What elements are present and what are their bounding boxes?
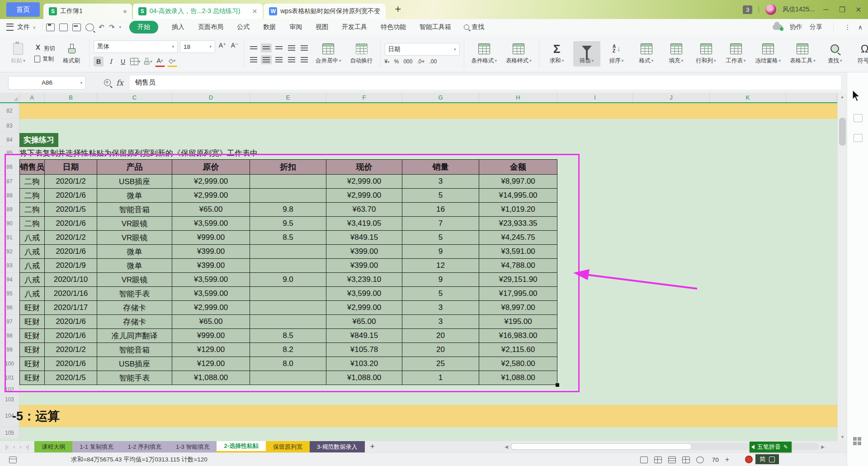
cell[interactable]: ¥3,419.05 (326, 217, 402, 231)
cell[interactable]: ¥29,151.90 (479, 273, 557, 287)
sheet-tab-1-2 序列填充[interactable]: 1-2 序列填充 (121, 441, 169, 452)
cell[interactable]: 智能手表 (97, 287, 172, 301)
table-row[interactable]: 二狗2020/1/5智能音箱¥65.009.8¥63.7016¥1,019.20 (19, 203, 837, 217)
cut-button[interactable]: 剪切 (34, 45, 55, 52)
cell[interactable]: ¥399.00 (172, 245, 250, 259)
username[interactable]: 风信1425... (783, 5, 815, 14)
cell[interactable]: 2020/1/2 (45, 231, 97, 245)
cell[interactable]: 20 (402, 343, 479, 357)
cell[interactable]: 二狗 (19, 175, 45, 189)
sheet-tab-2-选择性粘贴[interactable]: 2-选择性粘贴 (217, 441, 266, 452)
row-header[interactable]: 94 (0, 273, 19, 287)
menu-tab-审阅[interactable]: 审阅 (289, 23, 302, 31)
sheet-tab-1-1 复制填充[interactable]: 1-1 复制填充 (72, 441, 120, 452)
menu-tab-公式[interactable]: 公式 (237, 23, 250, 31)
table-header-cell[interactable]: 日期 (45, 159, 97, 175)
cell[interactable]: ¥16,983.00 (479, 329, 557, 343)
horizontal-scroll-thumb[interactable] (511, 443, 692, 450)
document-tab[interactable]: S04-高效录入，告...2-3 总结练习)✕ (133, 4, 263, 19)
table-row[interactable]: 八戒2020/1/9微单¥399.00¥399.0012¥4,788.00 (19, 259, 837, 273)
column-header-B[interactable]: B (45, 93, 97, 102)
cell[interactable]: 八戒 (19, 245, 45, 259)
row-header[interactable]: 83 (0, 119, 19, 133)
cell[interactable]: ¥8,997.00 (479, 175, 557, 189)
cell[interactable]: 旺财 (19, 329, 45, 343)
align-right-button[interactable] (274, 55, 284, 64)
sort-button[interactable]: AZ↓排序▾ (603, 41, 630, 67)
table-header-cell[interactable]: 金额 (479, 159, 557, 175)
row-body[interactable] (19, 395, 837, 405)
apps-grid-icon[interactable] (853, 437, 861, 445)
row-header[interactable]: 96 (0, 301, 19, 315)
increase-decimal-button[interactable]: .0+ (417, 58, 425, 65)
cell[interactable]: ¥65.00 (172, 315, 250, 329)
cell[interactable]: 2020/1/17 (45, 301, 97, 315)
cell[interactable] (250, 259, 326, 273)
table-header-cell[interactable]: 销量 (402, 159, 479, 175)
more-menu-icon[interactable]: ⋮ (844, 24, 851, 31)
cell[interactable]: ¥105.78 (326, 343, 402, 357)
increase-indent-button[interactable] (299, 43, 310, 52)
decrease-decimal-button[interactable]: .00 (429, 58, 437, 65)
cell[interactable]: ¥3,599.00 (172, 273, 250, 287)
font-color-button[interactable]: A▾ (155, 56, 165, 67)
cell[interactable]: 9 (402, 273, 479, 287)
cell[interactable]: ¥2,999.00 (172, 189, 250, 203)
cell[interactable]: ¥999.00 (172, 231, 250, 245)
share-button[interactable]: 分享 (810, 23, 822, 31)
page-break-icon[interactable] (682, 456, 690, 463)
cell[interactable]: 3 (402, 175, 479, 189)
next-sheet-icon[interactable]: › (19, 444, 21, 450)
row-header[interactable]: 103 (0, 395, 19, 405)
collaborate-button[interactable]: 协作 (790, 23, 802, 31)
cell[interactable]: ¥2,115.60 (479, 343, 557, 357)
align-left-button[interactable] (248, 55, 259, 64)
cell[interactable]: 八戒 (19, 273, 45, 287)
table-row[interactable]: 八戒2020/1/2VR眼镜¥999.008.5¥849.155¥4,245.7… (19, 231, 837, 245)
cell[interactable]: 旺财 (19, 315, 45, 329)
vertical-scroll-thumb[interactable] (839, 118, 846, 146)
sidebar-tool-icon[interactable] (854, 134, 863, 142)
zoom-level[interactable]: 70 (712, 456, 719, 463)
column-header-E[interactable]: E (250, 93, 326, 102)
cell[interactable]: 12 (402, 259, 479, 273)
cell[interactable]: ¥103.20 (326, 357, 402, 371)
cell[interactable]: VR眼镜 (97, 273, 172, 287)
select-all-corner[interactable] (0, 93, 19, 102)
cell[interactable]: ¥849.15 (326, 329, 402, 343)
restore-button[interactable]: ❐ (837, 5, 847, 14)
cell[interactable] (250, 189, 326, 203)
cell[interactable]: 2020/1/6 (45, 315, 97, 329)
cell[interactable]: 2020/1/16 (45, 287, 97, 301)
menu-tab-开始[interactable]: 开始 (129, 21, 158, 33)
row-body[interactable] (19, 119, 837, 133)
row-body[interactable]: 实操练习 (19, 133, 837, 147)
align-bottom-button[interactable] (274, 43, 284, 52)
row-header[interactable]: 101 (0, 371, 19, 385)
column-header-K[interactable]: K (710, 93, 786, 102)
cell[interactable]: 微单 (97, 189, 172, 203)
table-tools-button[interactable]: 表格工具▾ (787, 41, 819, 67)
table-row[interactable]: 旺财2020/1/6存储卡¥65.00¥65.003¥195.00 (19, 315, 837, 329)
cell[interactable]: 3 (402, 315, 479, 329)
undo-icon[interactable]: ↶ (99, 23, 104, 31)
row-header[interactable]: 82 (0, 103, 19, 119)
table-row[interactable]: 旺财2020/1/5智能手表¥1,088.00¥1,088.001¥1,088.… (19, 371, 837, 385)
align-center-button[interactable] (261, 55, 272, 64)
minimize-button[interactable]: ─ (821, 5, 831, 14)
underline-button[interactable]: U (118, 57, 128, 67)
row-header[interactable]: 95 (0, 287, 19, 301)
row-header[interactable]: 92 (0, 245, 19, 259)
cell[interactable]: 20 (402, 329, 479, 343)
sidebar-tool-icon[interactable] (854, 114, 863, 122)
filter-button[interactable]: 筛选▾ (573, 41, 600, 67)
cell[interactable]: ¥65.00 (172, 203, 250, 217)
cell[interactable]: ¥129.00 (172, 343, 250, 357)
cell[interactable]: 16 (402, 203, 479, 217)
cell[interactable]: VR眼镜 (97, 217, 172, 231)
hamburger-icon[interactable] (6, 24, 14, 31)
format-button[interactable]: 格式▾ (633, 41, 660, 67)
row-body[interactable]: 将下表复制并选择性粘贴为保留原列宽到新的《保留原列宽》工作表中 (19, 147, 837, 159)
wrap-text-button[interactable]: 自动换行 (347, 41, 376, 67)
menubar-find[interactable]: 查找 (464, 23, 484, 31)
